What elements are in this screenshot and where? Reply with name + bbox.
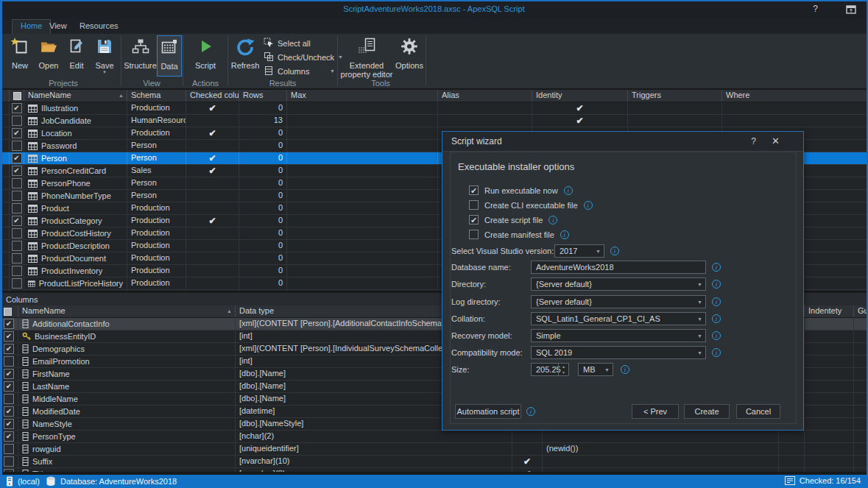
- script-button[interactable]: Script: [186, 35, 225, 77]
- row-checkbox[interactable]: [4, 331, 14, 342]
- info-icon[interactable]: i: [526, 407, 535, 416]
- column-row[interactable]: Suffix[nvarchar](10)✔: [0, 456, 868, 468]
- row-checkbox[interactable]: [4, 344, 14, 354]
- edit-button[interactable]: Edit: [63, 35, 91, 77]
- column-header[interactable]: Where: [722, 90, 868, 102]
- row-checkbox[interactable]: [12, 216, 22, 226]
- select-all-button[interactable]: Select all: [264, 37, 335, 49]
- info-icon[interactable]: i: [712, 280, 721, 289]
- info-icon[interactable]: i: [712, 314, 721, 323]
- tab-view[interactable]: View: [41, 19, 75, 33]
- run-executable-now-checkbox[interactable]: [469, 185, 479, 195]
- cancel-button[interactable]: Cancel: [736, 404, 780, 419]
- compatibility-mode-dropdown[interactable]: SQL 2019▼: [531, 346, 706, 359]
- row-checkbox[interactable]: [4, 469, 14, 472]
- column-header[interactable]: Alias: [438, 90, 532, 102]
- row-checkbox[interactable]: [12, 128, 22, 138]
- column-header[interactable]: Max: [287, 90, 438, 102]
- column-header[interactable]: NameName▲: [18, 305, 236, 317]
- column-header[interactable]: Indentety: [805, 305, 854, 317]
- info-icon[interactable]: i: [712, 263, 721, 272]
- row-checkbox[interactable]: [12, 178, 22, 188]
- stepper-arrows[interactable]: ▲▼: [558, 364, 568, 375]
- check-uncheck-button[interactable]: Check/Uncheck ▼: [264, 51, 335, 63]
- visual-studio-version-dropdown[interactable]: 2017▼: [554, 244, 604, 258]
- column-header[interactable]: Schema: [127, 90, 186, 102]
- info-icon[interactable]: i: [548, 216, 557, 224]
- dialog-close-button[interactable]: ✕: [772, 135, 780, 146]
- log-directory-dropdown[interactable]: {Server default}▼: [531, 295, 706, 308]
- directory-dropdown[interactable]: {Server default}▼: [531, 277, 706, 291]
- column-row[interactable]: rowguid[uniqueidentifier](newid()): [0, 443, 868, 456]
- info-icon[interactable]: i: [564, 186, 573, 195]
- save-button[interactable]: Save ▼: [91, 35, 119, 77]
- open-button[interactable]: Open: [35, 35, 63, 77]
- column-header[interactable]: NameName▲: [24, 90, 127, 102]
- select-all-checkbox[interactable]: [13, 92, 21, 100]
- collation-dropdown[interactable]: SQL_Latin1_General_CP1_CI_AS▼: [531, 312, 706, 325]
- column-row[interactable]: Title[nvarchar](8)✔: [0, 468, 868, 472]
- refresh-button[interactable]: Refresh: [230, 35, 261, 77]
- column-header[interactable]: Checked columns: [186, 90, 239, 102]
- row-checkbox[interactable]: [4, 456, 14, 467]
- row-checkbox[interactable]: [12, 241, 22, 251]
- row-checkbox[interactable]: [4, 319, 14, 329]
- row-checkbox[interactable]: [4, 406, 14, 417]
- create-button[interactable]: Create: [684, 404, 730, 419]
- create-manifest-file-checkbox[interactable]: [469, 230, 479, 239]
- table-row[interactable]: JobCandidateHumanResources13✔: [0, 115, 868, 127]
- save-dropdown-arrow[interactable]: ▼: [91, 70, 119, 75]
- row-checkbox[interactable]: [12, 116, 22, 126]
- row-checkbox[interactable]: [4, 356, 14, 367]
- row-checkbox[interactable]: [12, 141, 22, 151]
- create-script-file-checkbox[interactable]: [469, 215, 479, 224]
- database-name-input[interactable]: AdventureWorks2018: [531, 261, 706, 274]
- dialog-help-button[interactable]: ?: [751, 136, 756, 146]
- row-checkbox[interactable]: [4, 381, 14, 392]
- restore-window-button[interactable]: [846, 5, 856, 15]
- columns-button[interactable]: Columns ▼: [264, 65, 335, 77]
- automation-script-button[interactable]: Automation script: [455, 404, 521, 419]
- row-checkbox[interactable]: [12, 228, 22, 238]
- info-icon[interactable]: i: [712, 331, 721, 340]
- options-button[interactable]: Options: [395, 35, 424, 77]
- select-all-checkbox[interactable]: [4, 308, 12, 316]
- row-checkbox[interactable]: [12, 203, 22, 213]
- row-checkbox[interactable]: [4, 444, 14, 454]
- create-cli-executable-file-checkbox[interactable]: [469, 200, 479, 210]
- row-checkbox[interactable]: [4, 431, 14, 442]
- row-checkbox[interactable]: [12, 278, 22, 289]
- data-button[interactable]: Data: [157, 35, 182, 77]
- row-checkbox[interactable]: [4, 394, 14, 404]
- info-icon[interactable]: i: [712, 348, 721, 357]
- info-icon[interactable]: i: [712, 297, 721, 306]
- row-checkbox[interactable]: [12, 153, 22, 163]
- row-checkbox[interactable]: [12, 166, 22, 176]
- info-icon[interactable]: i: [621, 365, 629, 374]
- info-icon[interactable]: i: [560, 230, 569, 239]
- size-stepper[interactable]: 205.25▲▼: [531, 363, 569, 376]
- row-checkbox[interactable]: [12, 103, 22, 113]
- column-row[interactable]: PersonType[nchar](2): [0, 431, 868, 443]
- size-unit-dropdown[interactable]: MB▼: [578, 363, 613, 376]
- tab-resources[interactable]: Resources: [71, 19, 127, 33]
- row-checkbox[interactable]: [12, 191, 22, 201]
- recovery-model-dropdown[interactable]: Simple▼: [531, 329, 706, 342]
- info-icon[interactable]: i: [610, 247, 619, 255]
- prev-button[interactable]: < Prev: [632, 404, 679, 419]
- help-button[interactable]: ?: [813, 4, 818, 14]
- info-icon[interactable]: i: [584, 201, 593, 210]
- structure-button[interactable]: Structure: [124, 35, 157, 77]
- table-row[interactable]: IllustrationProduction✔0✔: [0, 102, 868, 115]
- column-header[interactable]: Triggers: [628, 90, 722, 102]
- column-header[interactable]: Rows: [239, 90, 287, 102]
- row-checkbox[interactable]: [12, 266, 22, 276]
- select-all-icon: [264, 38, 274, 49]
- row-checkbox[interactable]: [4, 419, 14, 429]
- extended-property-editor-button[interactable]: Extended property editor: [339, 35, 394, 77]
- new-button[interactable]: New: [6, 35, 34, 77]
- cell: [10, 127, 24, 139]
- column-header[interactable]: Identity: [532, 90, 628, 102]
- row-checkbox[interactable]: [4, 369, 14, 379]
- row-checkbox[interactable]: [12, 253, 22, 264]
